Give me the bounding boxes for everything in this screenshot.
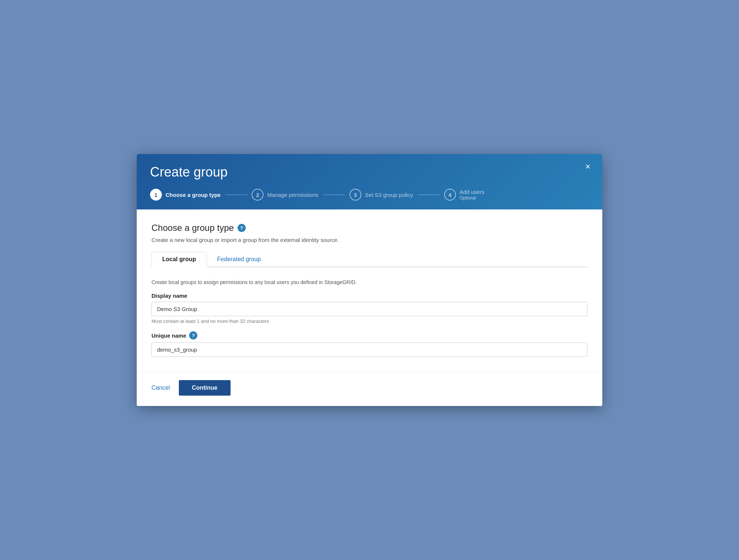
- unique-name-input[interactable]: [151, 342, 588, 357]
- section-title-container: Choose a group type ?: [151, 223, 588, 233]
- step-2-circle: 2: [252, 189, 263, 201]
- step-connector-1: [225, 195, 247, 195]
- step-connector-3: [418, 195, 440, 195]
- display-name-label: Display name: [151, 293, 588, 299]
- step-1-circle: 1: [150, 189, 162, 201]
- display-name-input[interactable]: [151, 302, 588, 316]
- unique-name-help-icon[interactable]: ?: [189, 331, 197, 339]
- step-1[interactable]: 1 Choose a group type: [150, 189, 221, 201]
- step-3[interactable]: 3 Set S3 group policy: [350, 189, 413, 201]
- section-help-icon[interactable]: ?: [238, 224, 246, 232]
- modal-overlay: × Create group 1 Choose a group type 2 M…: [137, 154, 602, 406]
- step-4[interactable]: 4 Add users Optional: [444, 189, 485, 201]
- tab-federated-group[interactable]: Federated group: [207, 252, 271, 267]
- tab-local-group[interactable]: Local group: [151, 252, 207, 267]
- step-connector-2: [323, 195, 345, 195]
- display-name-group: Display name Must contain at least 1 and…: [151, 293, 588, 324]
- step-1-label: Choose a group type: [166, 192, 221, 198]
- unique-name-group: Unique name ?: [151, 331, 588, 357]
- step-4-label-group: Add users Optional: [460, 189, 485, 201]
- create-group-modal: × Create group 1 Choose a group type 2 M…: [137, 154, 602, 406]
- modal-title: Create group: [150, 164, 589, 180]
- form-desc: Create local groups to assign permission…: [151, 279, 588, 285]
- unique-name-label-text: Unique name: [151, 332, 186, 339]
- step-4-circle: 4: [444, 189, 456, 201]
- step-4-sublabel: Optional: [460, 195, 485, 201]
- continue-button[interactable]: Continue: [179, 380, 231, 396]
- step-3-circle: 3: [350, 189, 361, 201]
- steps-container: 1 Choose a group type 2 Manage permissio…: [150, 189, 589, 201]
- display-name-hint: Must contain at least 1 and no more than…: [151, 318, 588, 324]
- modal-footer: Cancel Continue: [137, 372, 602, 406]
- cancel-button[interactable]: Cancel: [151, 382, 170, 394]
- step-2[interactable]: 2 Manage permissions: [252, 189, 318, 201]
- modal-header: × Create group 1 Choose a group type 2 M…: [137, 154, 602, 209]
- modal-body: Choose a group type ? Create a new local…: [137, 209, 602, 372]
- section-desc: Create a new local group or import a gro…: [151, 237, 588, 243]
- tabs-container: Local group Federated group: [151, 252, 588, 267]
- step-4-label: Add users: [460, 189, 485, 195]
- close-button[interactable]: ×: [582, 161, 593, 173]
- unique-name-label-container: Unique name ?: [151, 331, 588, 339]
- step-2-label: Manage permissions: [267, 192, 318, 198]
- form-section: Create local groups to assign permission…: [151, 278, 588, 361]
- step-3-label: Set S3 group policy: [365, 192, 413, 198]
- section-title-text: Choose a group type: [151, 223, 234, 233]
